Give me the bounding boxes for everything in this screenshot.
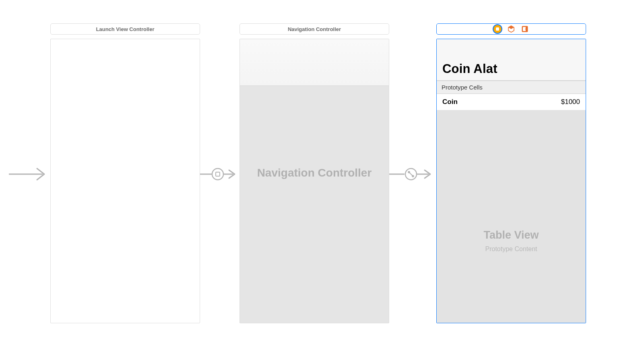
prototype-cell[interactable]: Coin $1000 — [437, 94, 586, 110]
first-responder-icon[interactable] — [507, 25, 515, 33]
scene-title: Navigation Controller — [288, 26, 341, 32]
large-title: Coin Alat — [442, 62, 580, 76]
table-view-label: Table View — [483, 229, 539, 241]
scene-header-nav[interactable]: Navigation Controller — [239, 23, 389, 35]
view-controller-icon[interactable] — [493, 25, 502, 33]
cell-detail-label: $1000 — [561, 98, 580, 106]
prototype-cells-label: Prototype Cells — [437, 81, 586, 94]
scene-title: Launch View Controller — [96, 26, 155, 32]
scene-launch-view-controller[interactable]: Launch View Controller — [50, 23, 200, 323]
table-view-subtitle: Prototype Content — [485, 245, 537, 253]
svg-rect-11 — [496, 27, 499, 31]
navigation-bar-placeholder[interactable] — [240, 39, 389, 86]
cell-title-label: Coin — [442, 98, 458, 106]
scene-coin-alat[interactable]: Coin Alat Prototype Cells Coin $1000 Tab… — [436, 23, 586, 323]
scene-body-nav[interactable]: Navigation Controller — [239, 39, 389, 323]
segue-launch-to-nav[interactable] — [200, 165, 240, 183]
entry-point-arrow — [8, 167, 52, 181]
nav-content-area: Navigation Controller — [240, 86, 389, 323]
scene-header-coin-alat[interactable] — [436, 23, 586, 35]
segue-nav-to-table[interactable] — [389, 165, 437, 183]
svg-point-2 — [212, 168, 223, 180]
scene-navigation-controller[interactable]: Navigation Controller Navigation Control… — [239, 23, 389, 323]
exit-icon[interactable] — [521, 25, 529, 33]
storyboard-canvas[interactable]: Launch View Controller Navigation Contro… — [0, 0, 644, 339]
navigation-bar[interactable]: Coin Alat — [437, 39, 586, 81]
scene-header-launch[interactable]: Launch View Controller — [50, 23, 200, 35]
scene-body-coin-alat[interactable]: Coin Alat Prototype Cells Coin $1000 Tab… — [436, 39, 586, 323]
nav-placeholder-label: Navigation Controller — [257, 166, 372, 179]
scene-body-launch[interactable] — [50, 39, 200, 323]
table-view-area[interactable]: Table View Prototype Content — [437, 110, 586, 323]
